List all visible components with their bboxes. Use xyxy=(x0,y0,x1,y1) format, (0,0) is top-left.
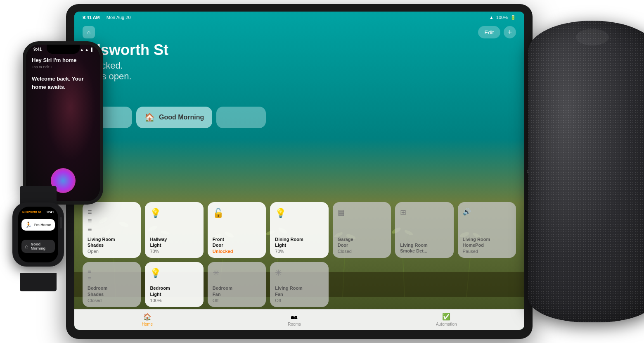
scene: 9:41 AM Mon Aug 20 ▲ 100% 🔋 ⌂ Edit + xyxy=(0,0,644,343)
homepod xyxy=(504,0,644,343)
tab-automation-label: Automation xyxy=(436,322,457,326)
tab-rooms-icon: 🏘 xyxy=(291,313,298,321)
scene-buttons: 🏠 Good Morning xyxy=(83,107,266,128)
watch-screen: Ellsworth St 9:41 🏃 I'm Home ⌂ Good Morn… xyxy=(18,207,58,262)
wifi-icon: ▲ xyxy=(489,15,494,20)
watch-card-icon: 🏃 xyxy=(25,222,32,228)
front-door-status: Unlocked xyxy=(213,249,261,254)
smoke-detector-icon: ⊞ xyxy=(400,208,448,217)
tab-home-label: Home xyxy=(142,322,153,326)
garage-door-status: Closed xyxy=(338,249,386,254)
tab-rooms-label: Rooms xyxy=(288,322,301,326)
smoke-detector-name: Living RoomSmoke Det... xyxy=(400,242,448,254)
hallway-light-status: 70% xyxy=(150,249,198,254)
iphone-body: 9:41 ▲▲▲ ▲ ▐ Hey Siri I'm home Tap to Ed… xyxy=(23,41,103,205)
bedroom-fan-icon: ✳ xyxy=(213,268,261,278)
tile-bedroom-shades[interactable]: ≡≡ BedroomShades Closed xyxy=(83,262,141,307)
watch-scene-text: Good Morning xyxy=(31,242,52,250)
watch-background xyxy=(18,207,58,262)
hallway-light-name: HallwayLight xyxy=(150,236,198,248)
tile-bedroom-fan[interactable]: ✳ BedroomFan Off xyxy=(208,262,266,307)
watch-card-text: I'm Home xyxy=(34,223,51,227)
dining-room-light-icon: 💡 xyxy=(275,208,323,219)
good-morning-icon: 🏠 xyxy=(144,112,155,122)
watch-band-top xyxy=(20,186,57,205)
tile-living-room-shades[interactable]: ≡≡≡ Living RoomShades Open xyxy=(83,202,141,258)
living-room-shades-icon: ≡≡≡ xyxy=(88,208,136,234)
ipad-time: 9:41 AM xyxy=(83,15,100,20)
watch-scene-card[interactable]: ⌂ Good Morning xyxy=(21,240,55,253)
tab-automation-icon: ✅ xyxy=(442,313,450,321)
watch-scene-icon: ⌂ xyxy=(25,243,28,250)
bedroom-fan-name: BedroomFan xyxy=(213,285,261,297)
watch-body: Ellsworth St 9:41 🏃 I'm Home ⌂ Good Morn… xyxy=(12,202,64,267)
dining-room-light-name: Dining RoomLight xyxy=(275,236,323,248)
siri-command: Hey Siri I'm home xyxy=(32,57,94,63)
tab-automation[interactable]: ✅ Automation xyxy=(436,313,457,326)
tab-home-icon: 🏠 xyxy=(143,313,152,321)
iphone-time: 9:41 xyxy=(33,47,42,52)
iphone-screen: 9:41 ▲▲▲ ▲ ▐ Hey Siri I'm home Tap to Ed… xyxy=(26,45,100,201)
ipad-statusbar: 9:41 AM Mon Aug 20 ▲ 100% 🔋 xyxy=(74,12,524,23)
garage-door-icon: ▤ xyxy=(338,208,386,217)
hallway-light-icon: 💡 xyxy=(150,208,198,219)
ipad-date: Mon Aug 20 xyxy=(107,15,131,20)
ipad-screen: 9:41 AM Mon Aug 20 ▲ 100% 🔋 ⌂ Edit + xyxy=(74,12,524,330)
ipad: 9:41 AM Mon Aug 20 ▲ 100% 🔋 ⌂ Edit + xyxy=(66,4,533,339)
living-room-fan-status: Off xyxy=(275,298,323,303)
iphone-notch xyxy=(47,45,80,54)
watch-crown xyxy=(60,217,62,229)
home-icon[interactable]: ⌂ xyxy=(83,26,95,38)
iphone-wifi-icon: ▲ xyxy=(85,48,89,52)
ipad-tabbar: 🏠 Home 🏘 Rooms ✅ Automation xyxy=(74,309,524,330)
tab-home[interactable]: 🏠 Home xyxy=(142,313,153,326)
tile-smoke-detector[interactable]: ⊞ Living RoomSmoke Det... xyxy=(395,202,453,258)
watch-header: Ellsworth St 9:41 xyxy=(18,210,58,214)
living-room-shades-name: Living RoomShades xyxy=(88,236,136,248)
tab-rooms[interactable]: 🏘 Rooms xyxy=(288,313,301,326)
living-room-fan-icon: ✳ xyxy=(275,268,323,278)
garage-door-name: GarageDoor xyxy=(338,236,386,248)
siri-response: Welcome back. Your home awaits. xyxy=(32,75,94,91)
tile-living-room-fan[interactable]: ✳ Living RoomFan Off xyxy=(270,262,328,307)
scene-button-small-2[interactable] xyxy=(216,107,266,128)
tile-garage-door[interactable]: ▤ GarageDoor Closed xyxy=(333,202,391,258)
edit-button[interactable]: Edit xyxy=(478,26,500,38)
iphone: 9:41 ▲▲▲ ▲ ▐ Hey Siri I'm home Tap to Ed… xyxy=(23,41,103,205)
watch-location: Ellsworth St xyxy=(22,210,41,214)
homepod-body xyxy=(528,21,644,322)
bedroom-fan-status: Off xyxy=(213,298,261,303)
bedroom-light-icon: 💡 xyxy=(150,268,198,279)
watch-time: 9:41 xyxy=(47,210,54,214)
homepod-mesh xyxy=(528,21,644,322)
ipad-nav: ⌂ Edit + xyxy=(74,23,524,41)
tile-front-door[interactable]: 🔓 FrontDoor Unlocked xyxy=(208,202,266,258)
tile-dining-room-light[interactable]: 💡 Dining RoomLight 70% xyxy=(270,202,328,258)
front-door-name: FrontDoor xyxy=(213,236,261,248)
tile-bedroom-light[interactable]: 💡 BedroomLight 100% xyxy=(145,262,203,307)
living-room-shades-status: Open xyxy=(88,249,136,254)
watch-im-home-card[interactable]: 🏃 I'm Home xyxy=(21,219,55,231)
front-door-icon: 🔓 xyxy=(213,208,261,219)
watch-band-bottom xyxy=(20,273,57,291)
bedroom-light-status: 100% xyxy=(150,298,198,303)
bedroom-light-name: BedroomLight xyxy=(150,285,198,297)
bedroom-shades-name: BedroomShades xyxy=(88,285,136,297)
siri-area: Hey Siri I'm home Tap to Edit › Welcome … xyxy=(32,57,94,91)
iphone-battery-icon: ▐ xyxy=(90,48,92,52)
ipad-body: 9:41 AM Mon Aug 20 ▲ 100% 🔋 ⌂ Edit + xyxy=(66,4,533,339)
tiles-grid: ≡≡≡ Living RoomShades Open 💡 HallwayLigh… xyxy=(83,202,516,307)
siri-tap-to-edit[interactable]: Tap to Edit › xyxy=(32,65,94,69)
living-room-fan-name: Living RoomFan xyxy=(275,285,323,297)
bedroom-shades-icon: ≡≡ xyxy=(88,268,136,283)
good-morning-scene[interactable]: 🏠 Good Morning xyxy=(136,107,212,128)
dining-room-light-status: 70% xyxy=(275,249,323,254)
apple-watch: Ellsworth St 9:41 🏃 I'm Home ⌂ Good Morn… xyxy=(8,202,68,275)
tile-hallway-light[interactable]: 💡 HallwayLight 70% xyxy=(145,202,203,258)
good-morning-label: Good Morning xyxy=(159,114,204,121)
bedroom-shades-status: Closed xyxy=(88,298,136,303)
homepod-top xyxy=(576,29,609,45)
